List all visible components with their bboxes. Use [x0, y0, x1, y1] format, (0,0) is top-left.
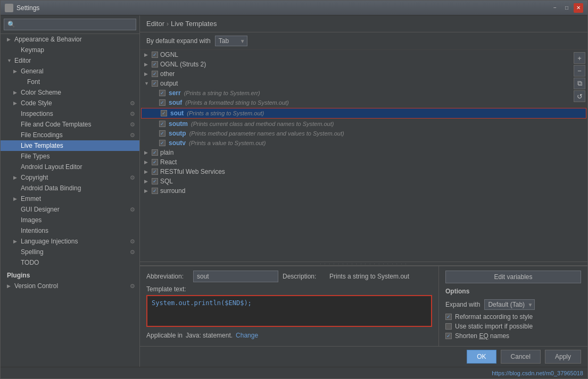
sidebar-item-images[interactable]: Images: [1, 215, 139, 225]
add-template-button[interactable]: +: [574, 52, 585, 64]
sidebar-item-live-templates[interactable]: Live Templates: [1, 140, 139, 151]
sidebar-item-android-layout[interactable]: Android Layout Editor: [1, 162, 139, 172]
sidebar-item-todo[interactable]: TODO: [1, 257, 139, 268]
reformat-checkbox[interactable]: [445, 314, 452, 320]
template-item-soutp[interactable]: soutp (Prints method parameter names and…: [140, 129, 587, 138]
item-desc-soutm: (Prints current class and method names t…: [191, 121, 334, 127]
template-item-sout[interactable]: sout (Prints a string to System.out): [141, 108, 586, 119]
sidebar-item-color-scheme[interactable]: ▶ Color Scheme: [1, 87, 139, 98]
expand-arrow: ▶: [144, 188, 150, 193]
template-group-plain[interactable]: ▶ plain: [140, 148, 587, 157]
main-content: ▶ Appearance & Behavior Keymap ▼ Editor …: [1, 15, 587, 367]
expand-with-options-select[interactable]: Default (Tab) Tab Enter Space: [484, 299, 535, 310]
expand-arrow: ▼: [7, 58, 12, 63]
shorten-eq-checkbox[interactable]: [445, 333, 452, 339]
copy-template-button[interactable]: ⧉: [574, 78, 585, 89]
item-checkbox-soutv[interactable]: [159, 140, 165, 146]
item-abbr-sout: sout: [170, 110, 184, 117]
breadcrumb-live-templates: Live Templates: [171, 20, 217, 28]
sidebar-item-inspections[interactable]: Inspections ⚙: [1, 108, 139, 119]
sidebar-item-label: File and Code Templates: [21, 121, 92, 128]
status-bar: https://blog.csdn.net/m0_37965018: [1, 367, 587, 378]
template-text-area[interactable]: System.out.println($END$);: [146, 295, 432, 327]
group-checkbox-output[interactable]: [152, 80, 158, 87]
ok-button[interactable]: OK: [467, 350, 496, 364]
abbreviation-input[interactable]: [193, 271, 278, 282]
sidebar-item-language-injections[interactable]: ▶ Language Injections ⚙: [1, 236, 139, 247]
group-checkbox-ognl-struts[interactable]: [152, 61, 158, 68]
abbr-desc-row: Abbreviation: Description: Prints a stri…: [146, 271, 432, 282]
template-group-restful[interactable]: ▶ RESTful Web Services: [140, 167, 587, 176]
group-checkbox-plain[interactable]: [152, 149, 158, 156]
sidebar-item-intentions[interactable]: Intentions: [1, 225, 139, 236]
reset-template-button[interactable]: ↺: [574, 90, 585, 102]
item-checkbox-souf[interactable]: [159, 99, 165, 106]
app-icon: [5, 4, 13, 12]
group-checkbox-surround[interactable]: [152, 188, 158, 194]
close-button[interactable]: ✕: [574, 3, 583, 13]
sidebar-section-plugins[interactable]: Plugins: [1, 270, 139, 281]
cancel-button[interactable]: Cancel: [501, 350, 541, 364]
apply-button[interactable]: Apply: [545, 350, 581, 364]
sidebar-item-label: Live Templates: [21, 142, 63, 149]
sidebar-item-keymap[interactable]: Keymap: [1, 45, 139, 55]
template-group-ognl-struts[interactable]: ▶ OGNL (Struts 2): [140, 60, 587, 69]
item-desc-souf: (Prints a formatted string to System.out…: [185, 99, 288, 106]
divider-handle[interactable]: · · · · · · · · · · · · · · · · · · · ·: [140, 262, 587, 266]
item-abbr-serr: serr: [169, 89, 181, 97]
group-checkbox-other[interactable]: [152, 71, 158, 77]
group-checkbox-ognl[interactable]: [152, 52, 158, 58]
group-checkbox-restful[interactable]: [152, 169, 158, 175]
search-input[interactable]: [4, 19, 136, 30]
sidebar-item-label: Android Layout Editor: [21, 163, 82, 171]
gear-icon: ⚙: [130, 206, 135, 213]
group-label: React: [160, 158, 177, 166]
expand-with-label: Expand with: [445, 301, 480, 308]
settings-window: Settings − □ ✕ ▶ Appearance & Behavior K…: [0, 0, 588, 379]
expand-with-select[interactable]: Tab Enter Space: [215, 36, 247, 46]
remove-template-button[interactable]: −: [574, 65, 585, 77]
group-label: SQL: [160, 178, 173, 185]
item-abbr-souf: souf: [169, 99, 182, 106]
sidebar-item-copyright[interactable]: ▶ Copyright ⚙: [1, 172, 139, 183]
edit-variables-button[interactable]: Edit variables: [445, 271, 581, 283]
sidebar-item-gui-designer[interactable]: GUI Designer ⚙: [1, 204, 139, 215]
item-checkbox-sout[interactable]: [161, 110, 167, 116]
template-group-surround[interactable]: ▶ surround: [140, 186, 587, 196]
description-value: Prints a string to System.out: [329, 273, 409, 280]
applicable-change-link[interactable]: Change: [236, 332, 258, 339]
sidebar-item-emmet[interactable]: ▶ Emmet: [1, 193, 139, 204]
sidebar-item-file-code-templates[interactable]: File and Code Templates ⚙: [1, 119, 139, 130]
sidebar-item-label: Version Control: [14, 282, 58, 290]
static-import-checkbox[interactable]: [445, 323, 452, 330]
minimize-button[interactable]: −: [550, 3, 560, 13]
expand-arrow: ▶: [13, 69, 19, 74]
maximize-button[interactable]: □: [562, 3, 572, 13]
sidebar-item-appearance[interactable]: ▶ Appearance & Behavior: [1, 34, 139, 45]
item-checkbox-soutp[interactable]: [159, 130, 165, 137]
template-group-sql[interactable]: ▶ SQL: [140, 176, 587, 186]
template-item-souf[interactable]: souf (Prints a formatted string to Syste…: [140, 98, 587, 107]
sidebar-item-version-control[interactable]: ▶ Version Control ⚙: [1, 281, 139, 291]
template-group-other[interactable]: ▶ other: [140, 69, 587, 79]
breadcrumb-editor: Editor: [146, 20, 164, 28]
template-item-soutm[interactable]: soutm (Prints current class and method n…: [140, 119, 587, 129]
template-group-output[interactable]: ▼ output: [140, 79, 587, 88]
sidebar-item-android-data-binding[interactable]: Android Data Binding: [1, 183, 139, 193]
template-group-react[interactable]: ▶ React: [140, 157, 587, 167]
group-checkbox-react[interactable]: [152, 159, 158, 165]
sidebar-item-file-types[interactable]: File Types: [1, 151, 139, 162]
sidebar-item-file-encodings[interactable]: File Encodings ⚙: [1, 130, 139, 140]
sidebar-item-code-style[interactable]: ▶ Code Style ⚙: [1, 98, 139, 108]
sidebar-item-font[interactable]: Font: [1, 77, 139, 87]
sidebar-item-spelling[interactable]: Spelling ⚙: [1, 247, 139, 257]
template-group-ognl[interactable]: ▶ OGNL: [140, 50, 587, 60]
sidebar-item-general[interactable]: ▶ General: [1, 66, 139, 77]
sidebar-item-editor[interactable]: ▼ Editor: [1, 55, 139, 66]
template-item-soutv[interactable]: soutv (Prints a value to System.out): [140, 138, 587, 148]
template-item-serr[interactable]: serr (Prints a string to System.err): [140, 88, 587, 98]
expand-arrow: ▼: [144, 81, 150, 86]
item-checkbox-soutm[interactable]: [159, 121, 165, 127]
group-checkbox-sql[interactable]: [152, 178, 158, 184]
item-checkbox-serr[interactable]: [159, 90, 165, 96]
